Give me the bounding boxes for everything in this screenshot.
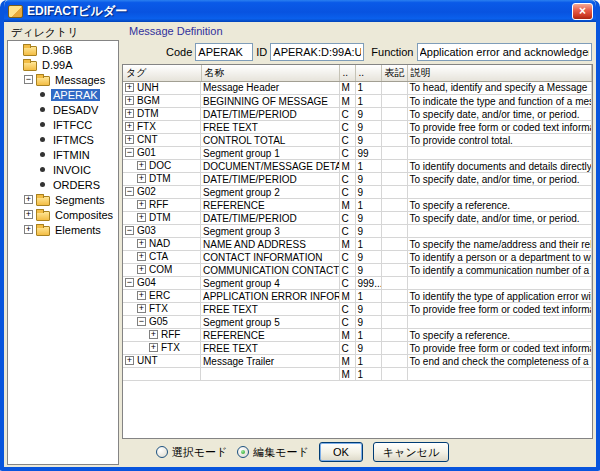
cell-notation [381, 134, 407, 147]
column-header-notation[interactable]: 表記 [381, 65, 407, 81]
expand-icon[interactable]: + [125, 109, 134, 118]
table-row-cta[interactable]: +CTACONTACT INFORMATIONC9To identify a p… [123, 251, 592, 264]
tree-item-iftmin[interactable]: IFTMIN [8, 147, 118, 162]
table-row-g01[interactable]: −G01Segment group 1C99 [123, 147, 592, 160]
tree-item-invoic[interactable]: INVOIC [8, 162, 118, 177]
expand-icon[interactable]: + [137, 161, 146, 170]
table-row-unt[interactable]: +UNTMessage TrailerM1To end and check th… [123, 355, 592, 368]
expand-icon[interactable]: + [149, 330, 158, 339]
collapse-icon[interactable]: − [125, 187, 134, 196]
table-row-dtm[interactable]: +DTMDATE/TIME/PERIODC9To specify date, a… [123, 212, 592, 225]
expand-icon[interactable]: + [137, 200, 146, 209]
tree-item-aperak[interactable]: APERAK [8, 87, 118, 102]
table-row-erc[interactable]: +ERCAPPLICATION ERROR INFOR...M1To ident… [123, 290, 592, 303]
tree-item-orders[interactable]: ORDERS [8, 177, 118, 192]
table-row-g04[interactable]: −G04Segment group 4C999... [123, 277, 592, 290]
cell-notation [381, 81, 407, 95]
expand-icon[interactable]: + [125, 96, 134, 105]
select-mode-radio[interactable]: 選択モード [156, 445, 228, 460]
code-input[interactable] [195, 43, 253, 61]
expand-icon[interactable]: + [125, 135, 134, 144]
table-row-g05[interactable]: −G05Segment group 5C9 [123, 316, 592, 329]
table-row-dtm[interactable]: +DTMDATE/TIME/PERIODC9To specify date, a… [123, 173, 592, 186]
collapse-icon[interactable]: − [137, 317, 146, 326]
cell-description [407, 147, 592, 160]
tree-item-desadv[interactable]: DESADV [8, 102, 118, 117]
column-header-tag[interactable]: タグ [123, 65, 201, 81]
tree-item-elements[interactable]: +Elements [8, 222, 118, 237]
table-row-ftx[interactable]: +FTXFREE TEXTC9To provide free form or c… [123, 303, 592, 316]
tree-item-d96b[interactable]: D.96B [8, 42, 118, 57]
tree-item-segments[interactable]: +Segments [8, 192, 118, 207]
segment-tag-text: RFF [149, 199, 168, 210]
collapse-icon[interactable]: − [125, 226, 134, 235]
expand-icon[interactable]: + [125, 83, 134, 92]
tree-item-label: Messages [53, 74, 107, 86]
cancel-button[interactable]: キャンセル [373, 442, 449, 462]
cell-req: M [339, 355, 355, 368]
cell-rep: 1 [355, 355, 381, 368]
table-row-dtm[interactable]: +DTMDATE/TIME/PERIODC9To specify date, a… [123, 108, 592, 121]
cell-name: DOCUMENT/MESSAGE DETA... [201, 160, 339, 173]
cell-description: To indicate the type and function of a m… [407, 95, 592, 108]
segment-table-container[interactable]: タグ名称....表記説明 +UNHMessage HeaderM1To head… [122, 64, 593, 439]
close-button[interactable]: × [572, 3, 593, 20]
expand-icon[interactable]: + [137, 304, 146, 313]
expand-icon[interactable]: + [125, 122, 134, 131]
expand-icon[interactable]: + [137, 265, 146, 274]
expand-icon[interactable]: + [24, 225, 33, 234]
cell-notation [381, 121, 407, 134]
cell-name: APPLICATION ERROR INFOR... [201, 290, 339, 303]
cell-rep: 1 [355, 290, 381, 303]
table-row-unh[interactable]: +UNHMessage HeaderM1To head, identify an… [123, 81, 592, 95]
tree-item-label: D.96B [40, 44, 75, 56]
expand-icon[interactable]: + [24, 210, 33, 219]
table-row-g02[interactable]: −G02Segment group 2C9 [123, 186, 592, 199]
expand-icon[interactable]: + [24, 195, 33, 204]
tree-item-d99a[interactable]: D.99A [8, 57, 118, 72]
function-input[interactable] [417, 43, 593, 61]
expand-icon[interactable]: + [137, 291, 146, 300]
id-input[interactable] [270, 43, 364, 61]
expand-icon[interactable]: + [137, 239, 146, 248]
table-row-com[interactable]: +COMCOMMUNICATION CONTACTC9To identify a… [123, 264, 592, 277]
tree-item-messages[interactable]: −Messages [8, 72, 118, 87]
tree-item-composites[interactable]: +Composites [8, 207, 118, 222]
column-header-req[interactable]: .. [339, 65, 355, 81]
expand-icon[interactable]: + [137, 174, 146, 183]
column-header-name[interactable]: 名称 [201, 65, 339, 81]
titlebar[interactable]: EDIFACTビルダー × [4, 0, 596, 22]
edit-mode-radio[interactable]: 編集モード [237, 445, 309, 460]
table-row-cnt[interactable]: +CNTCONTROL TOTALC9To provide control to… [123, 134, 592, 147]
cell-req: M [339, 81, 355, 95]
table-row-rff[interactable]: +RFFREFERENCEM1To specify a reference. [123, 199, 592, 212]
column-header-description[interactable]: 説明 [407, 65, 592, 81]
table-row-empty[interactable]: M1 [123, 368, 592, 381]
table-row-ftx[interactable]: +FTXFREE TEXTC9To provide free form or c… [123, 342, 592, 355]
expand-icon[interactable]: + [125, 356, 134, 365]
tree-item-iftfcc[interactable]: IFTFCC [8, 117, 118, 132]
collapse-icon[interactable]: − [24, 75, 33, 84]
cell-rep: 999... [355, 277, 381, 290]
cell-rep: 9 [355, 108, 381, 121]
collapse-icon[interactable]: − [125, 148, 134, 157]
table-row-nad[interactable]: +NADNAME AND ADDRESSM1To specify the nam… [123, 238, 592, 251]
tree-item-iftmcs[interactable]: IFTMCS [8, 132, 118, 147]
table-row-doc[interactable]: +DOCDOCUMENT/MESSAGE DETA...M1To identif… [123, 160, 592, 173]
column-header-rep[interactable]: .. [355, 65, 381, 81]
ok-button[interactable]: OK [319, 442, 363, 462]
table-row-g03[interactable]: −G03Segment group 3C9 [123, 225, 592, 238]
expand-icon[interactable]: + [137, 213, 146, 222]
expand-icon[interactable]: + [149, 343, 158, 352]
cell-rep: 9 [355, 251, 381, 264]
table-row-bgm[interactable]: +BGMBEGINNING OF MESSAGEM1To indicate th… [123, 95, 592, 108]
cell-tag: +DTM [123, 108, 201, 121]
directory-tree[interactable]: D.96BD.99A−MessagesAPERAKDESADVIFTFCCIFT… [7, 40, 119, 465]
definition-table-head-row: タグ名称....表記説明 [123, 65, 592, 81]
table-row-rff[interactable]: +RFFREFERENCEM1To specify a reference. [123, 329, 592, 342]
table-row-ftx[interactable]: +FTXFREE TEXTC9To provide free form or c… [123, 121, 592, 134]
expand-icon[interactable]: + [137, 252, 146, 261]
cell-description: To identify the type of application erro… [407, 290, 592, 303]
collapse-icon[interactable]: − [125, 278, 134, 287]
cell-req: C [339, 186, 355, 199]
